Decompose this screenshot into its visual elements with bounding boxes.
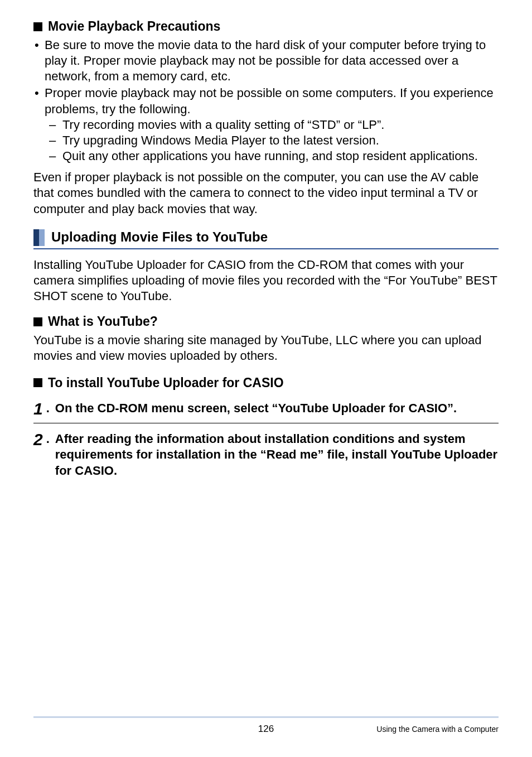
step-number: 2 <box>33 431 43 448</box>
dash-text: Try recording movies with a quality sett… <box>62 117 499 133</box>
step-item: 2 . After reading the information about … <box>33 431 499 479</box>
dash-item: – Try recording movies with a quality se… <box>49 117 499 133</box>
bullet-item: • Proper movie playback may not be possi… <box>33 85 499 117</box>
page-footer: 126 Using the Camera with a Computer <box>33 716 499 735</box>
step-divider <box>33 423 499 423</box>
footer-rule <box>33 716 499 718</box>
bullet-item: • Be sure to move the movie data to the … <box>33 37 499 84</box>
section-install-head: To install YouTube Uploader for CASIO <box>33 375 499 390</box>
header-bar-light-icon <box>39 229 45 246</box>
dash-icon: – <box>49 148 62 164</box>
dash-icon: – <box>49 133 62 148</box>
section-title: Movie Playback Precautions <box>48 19 220 34</box>
footer-chapter: Using the Camera with a Computer <box>376 725 499 734</box>
square-bullet-icon <box>33 317 42 326</box>
paragraph: YouTube is a movie sharing site managed … <box>33 332 499 364</box>
footer-page-number: 126 <box>258 724 274 735</box>
footer-row: 126 Using the Camera with a Computer <box>33 724 499 735</box>
paragraph: Even if proper playback is not possible … <box>33 170 499 216</box>
dash-text: Quit any other applications you have run… <box>62 148 499 164</box>
dash-icon: – <box>49 117 62 133</box>
square-bullet-icon <box>33 378 42 387</box>
paragraph: Installing YouTube Uploader for CASIO fr… <box>33 257 499 304</box>
step-item: 1 . On the CD-ROM menu screen, select “Y… <box>33 401 499 417</box>
step-dot-icon: . <box>46 431 50 447</box>
step-text: After reading the information about inst… <box>55 431 499 479</box>
section-title: To install YouTube Uploader for CASIO <box>48 375 284 390</box>
step-text: On the CD-ROM menu screen, select “YouTu… <box>55 401 499 417</box>
page-root: Movie Playback Precautions • Be sure to … <box>0 0 532 757</box>
bullet-text: Be sure to move the movie data to the ha… <box>45 37 499 84</box>
square-bullet-icon <box>33 22 42 31</box>
uploading-title: Uploading Movie Files to YouTube <box>51 229 268 246</box>
uploading-header: Uploading Movie Files to YouTube <box>33 229 499 249</box>
bullet-dot-icon: • <box>33 37 45 84</box>
dash-item: – Quit any other applications you have r… <box>49 148 499 164</box>
section-title: What is YouTube? <box>48 314 158 329</box>
section-movie-precautions-head: Movie Playback Precautions <box>33 19 499 34</box>
dash-item: – Try upgrading Windows Media Player to … <box>49 133 499 148</box>
step-dot-icon: . <box>46 401 50 417</box>
section-what-is-youtube-head: What is YouTube? <box>33 314 499 329</box>
dash-text: Try upgrading Windows Media Player to th… <box>62 133 499 148</box>
bullet-text: Proper movie playback may not be possibl… <box>45 85 499 117</box>
step-number: 1 <box>33 401 43 417</box>
header-bar-dark-icon <box>33 229 39 246</box>
bullet-dot-icon: • <box>33 85 45 117</box>
